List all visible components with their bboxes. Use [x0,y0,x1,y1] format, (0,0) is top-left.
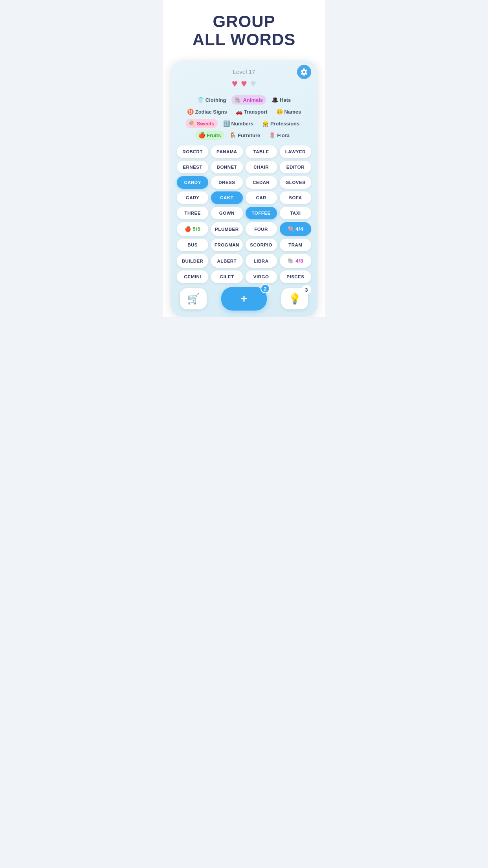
word-taxi[interactable]: TAXI [280,207,311,219]
level-row: Level 17 [177,68,311,75]
heart-1: ♥ [232,77,238,90]
word-gilet[interactable]: GILET [211,270,242,283]
transport-icon: 🚗 [236,108,242,115]
sweets-counter-value: 4/4 [295,226,303,232]
word-gown[interactable]: GOWN [211,207,242,219]
word-pisces[interactable]: PISCES [280,270,311,283]
level-label: Level 17 [233,68,255,75]
word-bus[interactable]: BUS [177,239,208,251]
cat-numbers-label: Numbers [231,121,253,127]
title: GROUP ALL WORDS [171,13,317,49]
clothing-icon: 👕 [197,97,204,103]
word-candy[interactable]: CANDY [177,176,208,189]
word-frogman[interactable]: FROGMAN [211,239,242,251]
categories: 👕 Clothing 🐘 Animals 🎩 Hats ♉ Zodiac Sig… [177,95,311,140]
word-car[interactable]: CAR [246,191,277,204]
word-gary[interactable]: GARY [177,191,208,204]
word-panama[interactable]: PANAMA [211,145,242,158]
cat-fruits[interactable]: 🍎 Fruits [195,131,224,140]
word-plumber[interactable]: PLUMBER [211,222,242,236]
shop-icon: 🛒 [187,293,200,305]
cat-numbers[interactable]: 🔢 Numbers [220,119,257,128]
word-scorpio[interactable]: SCORPIO [246,239,277,251]
numbers-icon: 🔢 [223,120,230,127]
hint-icon: 💡 [288,293,301,305]
add-button[interactable]: + 2 [221,287,267,311]
header: GROUP ALL WORDS [163,0,325,57]
cat-hats-label: Hats [280,97,291,103]
sweets-icon: 🍭 [189,120,195,127]
word-cake[interactable]: CAKE [211,191,242,204]
cat-professions[interactable]: 👷 Professions [259,119,303,128]
word-table[interactable]: TABLE [246,145,277,158]
hint-badge: 3 [302,285,311,294]
zodiac-icon: ♉ [187,108,194,115]
furniture-icon: 🪑 [229,132,236,138]
cat-flora[interactable]: 🌷 Flora [266,131,293,140]
cat-names[interactable]: 😊 Names [273,107,305,116]
cat-furniture[interactable]: 🪑 Furniture [226,131,263,140]
word-lawyer[interactable]: LAWYER [280,145,311,158]
word-three[interactable]: THREE [177,207,208,219]
cat-transport[interactable]: 🚗 Transport [233,107,271,116]
flora-icon: 🌷 [269,132,275,138]
word-virgo[interactable]: VIRGO [246,270,277,283]
fruits-counter[interactable]: 🍎 5/6 [177,222,208,236]
cat-names-label: Names [284,109,301,115]
cat-furniture-label: Furniture [238,132,260,138]
animals-counter-icon: 🐘 [288,258,294,264]
bottom-bar: 🛒 + 2 💡 3 [177,287,311,311]
cat-sweets[interactable]: 🍭 Sweets [185,119,218,128]
cat-clothing-label: Clothing [205,97,226,103]
word-bonnet[interactable]: BONNET [211,161,242,173]
word-cedar[interactable]: CEDAR [246,176,277,189]
cat-hats[interactable]: 🎩 Hats [268,95,294,105]
cat-flora-label: Flora [277,132,290,138]
word-gloves[interactable]: GLOVES [280,176,311,189]
word-toffee[interactable]: TOFFEE [246,207,277,219]
heart-3: ♥ [250,77,256,90]
hats-icon: 🎩 [272,97,278,103]
sweets-counter[interactable]: 🍭 4/4 [280,222,311,236]
names-icon: 😊 [276,108,283,115]
word-albert[interactable]: ALBERT [211,254,242,268]
word-chair[interactable]: CHAIR [246,161,277,173]
cat-animals[interactable]: 🐘 Animals [231,95,266,105]
word-gemini[interactable]: GEMINI [177,270,208,283]
word-sofa[interactable]: SOFA [280,191,311,204]
settings-button[interactable] [297,65,311,79]
cat-zodiac-label: Zodiac Signs [195,109,227,115]
phone-frame: Level 17 ♥ ♥ ♥ 👕 Clothing 🐘 Animals [171,61,317,317]
cat-animals-label: Animals [243,97,263,103]
professions-icon: 👷 [262,120,269,127]
word-dress[interactable]: DRESS [211,176,242,189]
word-editor[interactable]: EDITOR [280,161,311,173]
cat-zodiac[interactable]: ♉ Zodiac Signs [184,107,230,116]
fruits-icon: 🍎 [198,132,205,138]
hint-button[interactable]: 💡 3 [281,288,308,309]
word-robert[interactable]: ROBERT [177,145,208,158]
fruits-counter-icon: 🍎 [185,226,191,232]
cat-sweets-label: Sweets [197,121,215,127]
sweets-counter-icon: 🍭 [288,226,294,232]
hearts-row: ♥ ♥ ♥ [177,77,311,90]
heart-2: ♥ [241,77,247,90]
add-badge: 2 [261,284,270,293]
cat-professions-label: Professions [270,121,299,127]
animals-counter[interactable]: 🐘 4/8 [280,254,311,268]
cat-transport-label: Transport [244,109,268,115]
shop-button[interactable]: 🛒 [180,288,207,309]
page: GROUP ALL WORDS Level 17 ♥ ♥ ♥ 👕 Clothin… [163,0,325,317]
word-libra[interactable]: LIBRA [246,254,277,268]
animals-icon: 🐘 [235,97,241,103]
word-four[interactable]: FOUR [246,222,277,236]
gear-icon [301,68,308,75]
animals-counter-value: 4/8 [295,258,303,264]
word-builder[interactable]: BUILDER [177,254,208,268]
word-tram[interactable]: TRAM [280,239,311,251]
cat-clothing[interactable]: 👕 Clothing [194,95,229,105]
word-ernest[interactable]: ERNEST [177,161,208,173]
words-grid: ROBERT PANAMA TABLE LAWYER ERNEST BONNET… [177,145,311,283]
cat-fruits-label: Fruits [207,132,221,138]
fruits-counter-value: 5/6 [193,226,201,232]
